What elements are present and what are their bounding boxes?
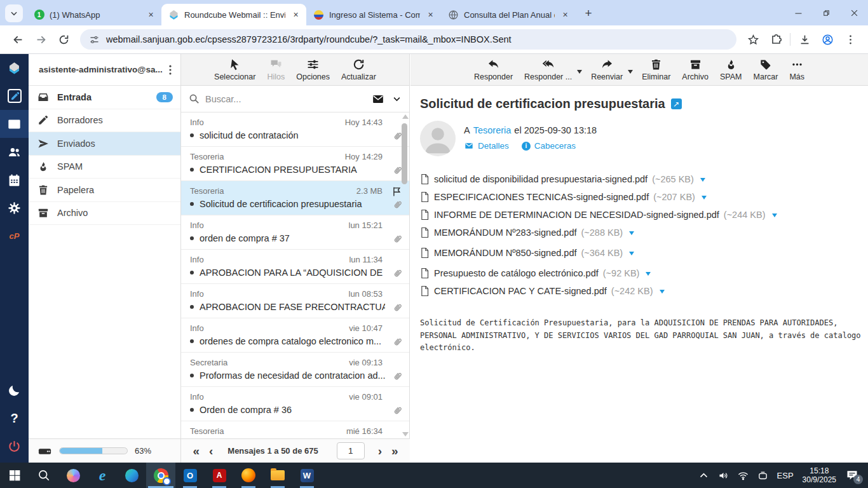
meet-now-icon[interactable]	[757, 470, 768, 481]
site-info-icon[interactable]	[89, 34, 100, 45]
profile-button[interactable]	[817, 29, 837, 50]
first-page-button[interactable]: «	[193, 445, 200, 457]
logout-button[interactable]	[0, 432, 29, 460]
tab-close-icon[interactable]: ×	[425, 10, 436, 20]
search-options-chevron-icon[interactable]	[392, 94, 402, 104]
attachment-name[interactable]: INFORME DE DETERMINACION DE NECESIDAD-si…	[434, 206, 719, 224]
details-link[interactable]: Detalles	[464, 141, 509, 151]
compose-button[interactable]	[0, 82, 29, 110]
settings-nav-button[interactable]	[0, 194, 29, 222]
message-row[interactable]: Tesoreria Hoy 14:29 CERTIFICACION PRESUP…	[181, 147, 409, 181]
calendar-nav-button[interactable]	[0, 166, 29, 194]
file-explorer-button[interactable]	[263, 463, 292, 488]
browser-menu-button[interactable]	[840, 29, 860, 50]
attachment-name[interactable]: CERTIFICACION PAC Y CATE-signed.pdf	[434, 282, 607, 300]
message-toolbar-button[interactable]: Responder	[471, 56, 516, 84]
tab-close-icon[interactable]: ×	[146, 10, 156, 20]
attachment-item[interactable]: CERTIFICACION PAC Y CATE-signed.pdf (~24…	[420, 282, 855, 300]
dropdown-caret-icon[interactable]	[577, 70, 582, 76]
folder-item[interactable]: Entrada 8	[29, 86, 180, 109]
attachment-name[interactable]: solicitud de disponibilidad presupuestar…	[434, 170, 648, 188]
notification-center-button[interactable]: 4	[845, 469, 859, 482]
outlook-button[interactable]: O	[175, 463, 205, 488]
tab-close-icon[interactable]: ×	[560, 10, 571, 20]
scroll-up-arrow[interactable]	[402, 114, 409, 119]
wifi-icon[interactable]	[738, 470, 749, 481]
message-row[interactable]: Info Hoy 14:43 solicitud de contratación	[181, 112, 409, 147]
message-toolbar-button[interactable]: Responder ...	[521, 56, 575, 84]
message-toolbar-button[interactable]: Reenviar	[588, 56, 626, 84]
attachment-item[interactable]: Presupuesto de catálogo electrónico.pdf …	[420, 264, 855, 282]
mail-nav-button[interactable]	[0, 110, 29, 138]
attachment-item[interactable]: INFORME DE DETERMINACION DE NECESIDAD-si…	[420, 206, 855, 224]
dark-mode-button[interactable]	[0, 376, 29, 404]
attachment-item[interactable]: solicitud de disponibilidad presupuestar…	[420, 170, 855, 188]
message-row[interactable]: Info vie 10:47 ordenes de compra catalog…	[181, 318, 409, 353]
start-button[interactable]	[0, 463, 29, 488]
internet-explorer-button[interactable]: e	[88, 463, 117, 488]
folder-item[interactable]: Borradores	[29, 109, 180, 133]
restore-button[interactable]	[812, 0, 840, 25]
dropdown-caret-icon[interactable]	[628, 70, 633, 76]
minimize-button[interactable]	[784, 0, 812, 25]
attachment-menu-caret-icon[interactable]	[660, 290, 665, 296]
attachment-name[interactable]: Presupuesto de catálogo electrónico.pdf	[434, 264, 599, 282]
list-scrollbar[interactable]	[401, 114, 409, 437]
browser-tab[interactable]: Consulta del Plan Anual de Con ×	[441, 4, 576, 25]
attachment-item[interactable]: ESPECIFICACIONES TECNICAS-signed-signed.…	[420, 188, 855, 206]
scroll-down-arrow[interactable]	[402, 432, 409, 437]
extensions-button[interactable]	[766, 29, 786, 50]
message-row[interactable]: Info vie 09:01 Orden de compra # 36	[181, 387, 409, 421]
attachment-item[interactable]: MEMORÁNDUM Nº850-signed.pdf (~364 KB)	[420, 244, 634, 262]
tray-expand-icon[interactable]	[698, 470, 709, 481]
list-toolbar-button[interactable]: Seleccionar	[211, 56, 259, 84]
message-toolbar-button[interactable]: Marcar	[750, 56, 782, 84]
folder-item[interactable]: Papelera	[29, 179, 180, 202]
message-toolbar-button[interactable]: SPAM	[717, 56, 745, 84]
bookmark-button[interactable]	[743, 29, 763, 50]
contacts-nav-button[interactable]	[0, 138, 29, 166]
attachment-menu-caret-icon[interactable]	[702, 196, 707, 202]
attachment-menu-caret-icon[interactable]	[772, 214, 777, 220]
browser-tab[interactable]: 1 (1) WhatsApp ×	[27, 4, 161, 25]
tab-search-button[interactable]	[5, 4, 23, 22]
browser-tab[interactable]: Roundcube Webmail :: Enviados ×	[161, 4, 306, 25]
list-toolbar-button[interactable]: Opciones	[293, 56, 333, 84]
word-button[interactable]: W	[292, 463, 322, 488]
prev-page-button[interactable]: ‹	[209, 445, 213, 457]
help-button[interactable]: ?	[0, 404, 29, 432]
folder-item[interactable]: SPAM	[29, 156, 180, 179]
search-input[interactable]	[205, 94, 365, 104]
message-toolbar-button[interactable]: Más	[786, 56, 808, 84]
downloads-button[interactable]	[794, 29, 815, 50]
edge-button[interactable]	[117, 463, 146, 488]
attachment-name[interactable]: MEMORÁNDUM Nº850-signed.pdf	[434, 244, 576, 262]
copilot-button[interactable]	[58, 463, 88, 488]
reload-button[interactable]	[53, 29, 74, 50]
list-toolbar-button[interactable]: Actualizar	[338, 56, 379, 84]
next-page-button[interactable]: ›	[378, 445, 382, 457]
recipient-link[interactable]: Tesoreria	[473, 125, 512, 135]
new-tab-button[interactable]: +	[580, 4, 597, 22]
message-toolbar-button[interactable]: Eliminar	[639, 56, 674, 84]
firefox-button[interactable]	[234, 463, 263, 488]
open-in-new-window-icon[interactable]: ↗	[671, 98, 682, 109]
page-input[interactable]	[337, 442, 365, 459]
message-row[interactable]: Secretaria vie 09:13 Proformas de necesi…	[181, 353, 409, 387]
attachment-name[interactable]: ESPECIFICACIONES TECNICAS-signed-signed.…	[434, 188, 649, 206]
message-row[interactable]: Info lun 11:34 APROBACION PARA LA “ADQUI…	[181, 250, 409, 284]
attachment-menu-caret-icon[interactable]	[629, 231, 634, 238]
back-button[interactable]	[8, 29, 28, 50]
folder-item[interactable]: Archivo	[29, 202, 180, 226]
message-row[interactable]: Tesoreria 2.3 MB Solicitud de certificac…	[181, 181, 409, 215]
last-page-button[interactable]: »	[391, 445, 398, 457]
forward-button[interactable]	[31, 29, 51, 50]
close-button[interactable]	[840, 0, 868, 25]
attachment-menu-caret-icon[interactable]	[629, 252, 634, 258]
browser-tab[interactable]: Ingreso al Sistema - Compras P ×	[306, 4, 441, 25]
attachment-item[interactable]: MEMORÁNDUM Nº283-signed.pdf (~288 KB)	[420, 224, 634, 241]
search-scope-icon[interactable]	[371, 93, 385, 105]
scrollbar-thumb[interactable]	[402, 123, 407, 184]
clock[interactable]: 15:18 30/9/2025	[803, 466, 836, 484]
message-row[interactable]: Tesoreria mié 16:34	[181, 421, 409, 438]
